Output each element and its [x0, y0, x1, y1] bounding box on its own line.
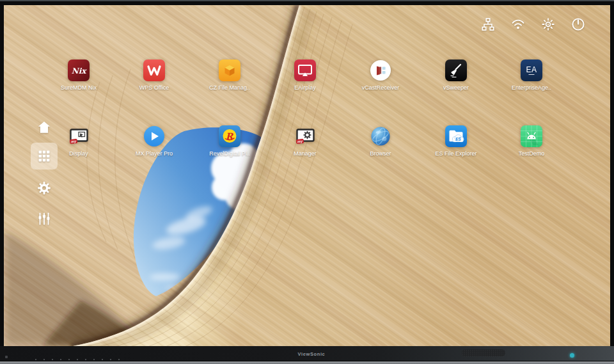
my-badge: my: [296, 139, 304, 145]
cz-file-manager-icon: [219, 59, 240, 81]
screen: Nix SureMDM Nix WPS Office: [4, 5, 610, 346]
app-grid: Nix SureMDM Nix WPS Office: [41, 59, 569, 157]
vsweeper-icon: [445, 59, 467, 81]
app-eairplay[interactable]: EAirplay: [267, 59, 343, 91]
app-label: Display: [69, 150, 88, 157]
bezel-bottom-strip: [0, 361, 614, 364]
reveldigital-icon: R: [219, 125, 240, 147]
app-label: EnterpriseAge..: [512, 84, 551, 91]
app-label: EAirplay: [294, 84, 316, 91]
bezel-top-edge: [0, 0, 614, 1]
app-label: Manager: [294, 150, 317, 157]
svg-text:EA: EA: [526, 65, 537, 74]
ethernet-icon[interactable]: [480, 17, 496, 32]
testdemo-icon: [521, 125, 542, 147]
my-badge: my: [70, 139, 78, 145]
svg-text:Nix: Nix: [72, 67, 88, 75]
speaker-grille: [462, 349, 505, 356]
bezel-corner-mark: [5, 356, 8, 358]
manager-icon: my: [294, 125, 316, 147]
app-suremdm-nix[interactable]: Nix SureMDM Nix: [41, 59, 116, 91]
app-wps-office[interactable]: WPS Office: [116, 59, 192, 91]
wifi-icon[interactable]: [510, 17, 526, 32]
suremdm-nix-icon: Nix: [68, 59, 90, 81]
bottom-bezel: ViewSonic: [0, 346, 614, 361]
app-browser[interactable]: Browser: [343, 125, 418, 157]
app-label: vSweeper: [443, 84, 469, 91]
status-bar: [480, 17, 586, 32]
power-led: [570, 353, 574, 358]
interactive-display-device: Nix SureMDM Nix WPS Office: [0, 0, 614, 364]
sidebar-item-input-adjust[interactable]: [36, 210, 52, 227]
browser-icon: [370, 125, 391, 147]
app-vcastreceiver[interactable]: vCastReceiver: [343, 59, 418, 91]
sidebar-item-settings[interactable]: [36, 180, 52, 196]
mx-player-pro-icon: [143, 125, 165, 147]
app-display[interactable]: my Display: [41, 125, 116, 157]
app-row-1: Nix SureMDM Nix WPS Office: [41, 59, 569, 91]
vcastreceiver-icon: [370, 59, 391, 81]
front-port-marks: [35, 359, 122, 360]
app-es-file-explorer[interactable]: ES ES File Explorer: [418, 125, 494, 157]
es-file-explorer-icon: ES: [445, 125, 467, 147]
app-label: Browser: [370, 150, 391, 157]
app-cz-file-manager[interactable]: CZ File Manag..: [192, 59, 267, 91]
app-mx-player-pro[interactable]: MX Player Pro: [116, 125, 192, 157]
display-icon: my: [68, 125, 90, 147]
app-label: WPS Office: [139, 84, 169, 91]
brightness-icon[interactable]: [540, 17, 556, 32]
wps-office-icon: [143, 59, 165, 81]
app-label: SureMDM Nix: [61, 84, 97, 91]
app-enterpriseagent[interactable]: EA EnterpriseAge..: [494, 59, 569, 91]
app-vsweeper[interactable]: vSweeper: [418, 59, 494, 91]
wallpaper-page-curl: [4, 5, 610, 346]
app-reveldigital[interactable]: R RevelDigital Pl..: [192, 125, 267, 157]
enterpriseagent-icon: EA: [521, 59, 542, 81]
app-testdemo[interactable]: TestDemo: [494, 125, 569, 157]
app-manager[interactable]: my Manager: [267, 125, 343, 157]
svg-text:ES: ES: [455, 137, 461, 141]
brand-logo: ViewSonic: [298, 351, 326, 356]
app-label: vCastReceiver: [362, 84, 400, 91]
app-label: ES File Explorer: [435, 150, 476, 157]
app-label: MX Player Pro: [136, 150, 173, 157]
app-label: CZ File Manag..: [209, 84, 250, 91]
app-label: TestDemo: [519, 150, 545, 157]
app-row-2: my Display MX Player Pro: [41, 125, 569, 157]
app-label: RevelDigital Pl..: [209, 150, 250, 157]
eairplay-icon: [294, 59, 316, 81]
power-icon[interactable]: [571, 17, 586, 32]
